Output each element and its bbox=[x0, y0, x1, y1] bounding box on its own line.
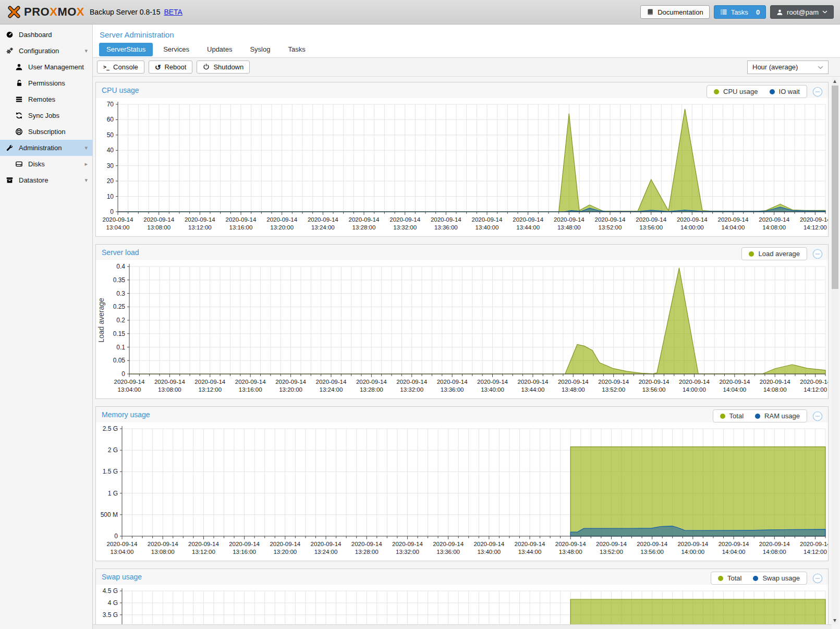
legend-item-io-wait[interactable]: IO wait bbox=[770, 88, 800, 95]
svg-text:2020-09-14: 2020-09-14 bbox=[392, 541, 423, 547]
svg-text:2020-09-14: 2020-09-14 bbox=[637, 541, 667, 547]
collapse-panel-icon[interactable] bbox=[812, 573, 823, 584]
svg-text:13:36:00: 13:36:00 bbox=[434, 224, 458, 231]
legend-item-ram-usage[interactable]: RAM usage bbox=[755, 412, 800, 420]
legend-item-total[interactable]: Total bbox=[718, 574, 741, 582]
chart-area-swap-usage: 0500 M1 G1.5 G2 G2.5 G3 G3.5 G4 G4.5 G20… bbox=[96, 585, 828, 629]
chart-panel-server-load: Server loadLoad average00.050.10.150.20.… bbox=[95, 244, 829, 399]
main-area: Server Administration ServerStatusServic… bbox=[93, 25, 840, 629]
legend-dot-icon bbox=[718, 576, 723, 581]
console-button[interactable]: >_ Console bbox=[97, 61, 144, 74]
legend-label: CPU usage bbox=[723, 88, 758, 95]
svg-text:13:48:00: 13:48:00 bbox=[559, 549, 582, 555]
legend-label: Total bbox=[729, 412, 744, 420]
documentation-button[interactable]: Documentation bbox=[640, 5, 709, 19]
beta-link[interactable]: BETA bbox=[164, 8, 182, 16]
svg-text:4 G: 4 G bbox=[108, 599, 118, 607]
sidebar-item-administration[interactable]: Administration▾ bbox=[0, 140, 92, 156]
shutdown-label: Shutdown bbox=[213, 63, 244, 71]
tab-serverstatus[interactable]: ServerStatus bbox=[99, 43, 153, 56]
legend-item-load-average[interactable]: Load average bbox=[749, 250, 800, 258]
svg-text:2020-09-14: 2020-09-14 bbox=[349, 216, 380, 223]
svg-text:14:04:00: 14:04:00 bbox=[722, 224, 745, 231]
svg-text:2 G: 2 G bbox=[108, 446, 118, 454]
svg-text:13:28:00: 13:28:00 bbox=[352, 224, 376, 231]
dashboard-icon bbox=[6, 28, 16, 44]
sidebar-item-dashboard[interactable]: Dashboard bbox=[0, 27, 92, 43]
sidebar-item-configuration[interactable]: Configuration▾ bbox=[0, 43, 92, 59]
sidebar-item-user-management[interactable]: User Management bbox=[0, 59, 92, 75]
chevron-down-icon[interactable]: ▾ bbox=[84, 43, 88, 59]
legend-item-cpu-usage[interactable]: CPU usage bbox=[714, 88, 758, 95]
reboot-label: Reboot bbox=[164, 63, 186, 71]
svg-text:14:08:00: 14:08:00 bbox=[763, 549, 786, 555]
sync-icon bbox=[15, 109, 25, 125]
legend-item-total[interactable]: Total bbox=[720, 412, 744, 420]
svg-text:500 M: 500 M bbox=[101, 511, 118, 518]
sidebar-item-disks[interactable]: Disks▸ bbox=[0, 156, 92, 172]
proxmox-logo: PROXMOX bbox=[6, 5, 84, 19]
svg-text:13:04:00: 13:04:00 bbox=[118, 386, 141, 393]
sidebar-item-sync-jobs[interactable]: Sync Jobs bbox=[0, 107, 92, 124]
chart-panel-memory-usage: Memory usageTotalRAM usage0500 M1 G1.5 G… bbox=[95, 406, 829, 561]
svg-text:2020-09-14: 2020-09-14 bbox=[226, 216, 257, 223]
tasks-count-badge: 0 bbox=[756, 8, 760, 16]
svg-text:2020-09-14: 2020-09-14 bbox=[437, 379, 468, 385]
svg-text:0: 0 bbox=[114, 533, 118, 540]
svg-text:13:12:00: 13:12:00 bbox=[188, 224, 212, 231]
chart-area-cpu-usage: 0102030405060702020-09-1413:04:002020-09… bbox=[96, 98, 828, 236]
svg-text:13:04:00: 13:04:00 bbox=[106, 224, 130, 231]
user-menu-button[interactable]: root@pam bbox=[770, 5, 834, 19]
chevron-down-icon[interactable]: ▾ bbox=[84, 140, 88, 156]
book-icon bbox=[647, 8, 654, 16]
svg-text:2020-09-14: 2020-09-14 bbox=[677, 541, 708, 547]
chart-panel-swap-usage: Swap usageTotalSwap usage0500 M1 G1.5 G2… bbox=[95, 568, 829, 629]
svg-text:2020-09-14: 2020-09-14 bbox=[473, 541, 504, 547]
vertical-scrollbar[interactable] bbox=[832, 78, 838, 624]
documentation-label: Documentation bbox=[658, 8, 703, 16]
sidebar-item-label: Sync Jobs bbox=[28, 112, 59, 119]
svg-text:13:48:00: 13:48:00 bbox=[562, 386, 585, 393]
tab-updates[interactable]: Updates bbox=[200, 43, 239, 56]
tab-services[interactable]: Services bbox=[156, 43, 197, 56]
sidebar-item-subscription[interactable]: Subscription bbox=[0, 124, 92, 140]
scrollbar-thumb[interactable] bbox=[832, 86, 838, 289]
svg-text:13:24:00: 13:24:00 bbox=[314, 549, 338, 555]
panel-title: Swap usage bbox=[102, 573, 142, 581]
svg-text:2020-09-14: 2020-09-14 bbox=[107, 541, 138, 547]
terminal-icon: >_ bbox=[103, 64, 109, 70]
reboot-button[interactable]: ↺ Reboot bbox=[149, 61, 193, 74]
collapse-panel-icon[interactable] bbox=[812, 411, 823, 421]
tasks-button[interactable]: Tasks 0 bbox=[714, 5, 766, 19]
sidebar-item-label: Permissions bbox=[28, 79, 65, 87]
chevron-right-icon[interactable]: ▸ bbox=[84, 156, 88, 172]
svg-text:13:20:00: 13:20:00 bbox=[279, 386, 302, 393]
sidebar-item-permissions[interactable]: Permissions bbox=[0, 75, 92, 91]
proxmox-x-icon bbox=[6, 5, 22, 19]
svg-text:2020-09-14: 2020-09-14 bbox=[513, 216, 543, 223]
sidebar-item-label: Administration bbox=[19, 144, 62, 152]
tab-tasks[interactable]: Tasks bbox=[281, 43, 312, 56]
svg-text:2020-09-14: 2020-09-14 bbox=[185, 216, 215, 223]
collapse-panel-icon[interactable] bbox=[812, 87, 823, 97]
chevron-down-icon[interactable]: ▾ bbox=[84, 172, 88, 188]
scroll-down-arrow[interactable] bbox=[832, 617, 838, 624]
svg-text:2020-09-14: 2020-09-14 bbox=[148, 541, 178, 547]
interval-select[interactable]: Hour (average) bbox=[747, 61, 829, 74]
tab-syslog[interactable]: Syslog bbox=[242, 43, 277, 56]
svg-text:14:12:00: 14:12:00 bbox=[804, 549, 827, 555]
collapse-panel-icon[interactable] bbox=[812, 249, 823, 259]
shutdown-button[interactable]: Shutdown bbox=[197, 61, 250, 74]
svg-text:2020-09-14: 2020-09-14 bbox=[554, 216, 585, 223]
sidebar-item-remotes[interactable]: Remotes bbox=[0, 91, 92, 107]
svg-text:2020-09-14: 2020-09-14 bbox=[759, 216, 789, 223]
svg-text:0.1: 0.1 bbox=[116, 344, 125, 351]
svg-text:30: 30 bbox=[107, 162, 114, 170]
legend-item-swap-usage[interactable]: Swap usage bbox=[753, 574, 800, 582]
sidebar-item-datastore[interactable]: Datastore▾ bbox=[0, 172, 92, 188]
svg-text:2020-09-14: 2020-09-14 bbox=[275, 379, 306, 385]
legend-dot-icon bbox=[720, 414, 725, 419]
scroll-up-arrow[interactable] bbox=[832, 78, 838, 85]
archive-icon bbox=[6, 174, 16, 190]
horizontal-scrollbar[interactable] bbox=[93, 624, 832, 629]
